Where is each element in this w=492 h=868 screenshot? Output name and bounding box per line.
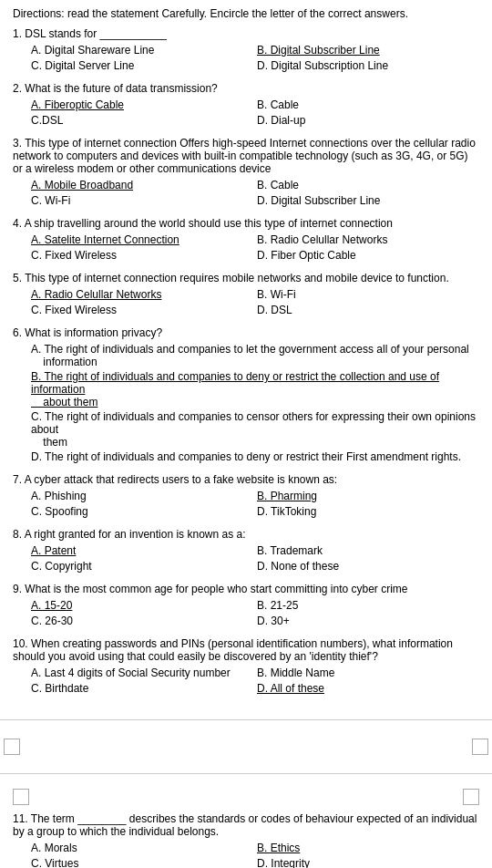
q4-optA: A. Satelite Internet Connection [31,232,253,247]
q2-optD: D. Dial-up [257,113,479,128]
q1-optB: B. Digital Subscriber Line [257,43,479,57]
q8-options: A. Patent B. Trademark C. Copyright D. N… [13,543,479,574]
q9-optD: D. 30+ [257,614,479,628]
q6-optD: D. The right of individuals and companie… [31,450,479,464]
q4-optC: C. Fixed Wireless [31,248,253,263]
question-2: 2. What is the future of data transmissi… [13,82,479,128]
q11-optA: A. Morals [31,841,253,855]
q3-options: A. Mobile Broadband B. Cable C. Wi-Fi D.… [13,178,479,208]
q10-text: 10. When creating passwords and PINs (pe… [13,637,479,663]
q8-optA: A. Patent [31,543,253,558]
q3-optA: A. Mobile Broadband [31,178,253,192]
q9-optC: C. 26-30 [31,614,253,628]
q11-optC: C. Virtues [31,856,253,868]
page-2: 11. The term ________ describes the stan… [0,781,492,868]
question-11: 11. The term ________ describes the stan… [13,812,479,868]
q7-optD: D. TikToking [257,504,479,519]
q3-optC: C. Wi-Fi [31,193,253,208]
q9-optA: A. 15-20 [31,598,253,613]
question-5: 5. This type of internet connection requ… [13,272,479,317]
q6-optC: C. The right of individuals and companie… [31,409,479,450]
q5-optC: C. Fixed Wireless [31,303,253,317]
question-6: 6. What is information privacy? A. The r… [13,326,479,464]
question-7: 7. A cyber attack that redirects users t… [13,473,479,519]
q2-options: A. Fiberoptic Cable B. Cable C.DSL D. Di… [13,98,479,128]
q5-options: A. Radio Celullar Networks B. Wi-Fi C. F… [13,287,479,317]
q9-text: 9. What is the most common age for peopl… [13,583,479,595]
q2-optB: B. Cable [257,98,479,112]
q1-optC: C. Digital Server Line [31,58,253,73]
q9-optB: B. 21-25 [257,598,479,613]
q4-optD: D. Fiber Optic Cable [257,248,479,263]
q11-text: 11. The term ________ describes the stan… [13,812,479,838]
q6-optA: A. The right of individuals and companie… [31,342,479,369]
q1-optD: D. Digital Subscription Line [257,58,479,73]
question-4: 4. A ship travelling around the world sh… [13,217,479,263]
q5-optA: A. Radio Celullar Networks [31,287,253,302]
q6-optB: B. The right of individuals and companie… [31,369,479,409]
page-divider [0,719,492,774]
q4-text: 4. A ship travelling around the world sh… [13,217,479,230]
q2-optA: A. Fiberoptic Cable [31,98,253,112]
directions-text: Directions: read the statement Carefully… [13,7,479,20]
question-8: 8. A right granted for an invention is k… [13,528,479,574]
q3-optD: D. Digital Subscriber Line [257,193,479,208]
q8-text: 8. A right granted for an invention is k… [13,528,479,541]
q4-options: A. Satelite Internet Connection B. Radio… [13,232,479,263]
q6-options: A. The right of individuals and companie… [13,342,479,464]
corner-box-right-p2 [463,789,479,805]
q1-optA: A. Digital Shareware Line [31,43,253,57]
q10-optD: D. All of these [257,681,479,696]
q5-text: 5. This type of internet connection requ… [13,272,479,284]
q5-optB: B. Wi-Fi [257,287,479,302]
q1-options: A. Digital Shareware Line B. Digital Sub… [13,43,479,73]
q10-optB: B. Middle Name [257,666,479,680]
q7-optC: C. Spoofing [31,504,253,519]
q7-text: 7. A cyber attack that redirects users t… [13,473,479,486]
corner-box-left-p2 [13,789,29,805]
corner-box-right [472,739,488,755]
q10-optA: A. Last 4 digits of Social Security numb… [31,666,253,680]
q10-options: A. Last 4 digits of Social Security numb… [13,666,479,696]
question-9: 9. What is the most common age for peopl… [13,583,479,628]
q3-text: 3. This type of internet connection Offe… [13,137,479,175]
q7-options: A. Phishing B. Pharming C. Spoofing D. T… [13,489,479,519]
question-3: 3. This type of internet connection Offe… [13,137,479,208]
q11-options: A. Morals B. Ethics C. Virtues D. Integr… [13,841,479,868]
q7-optB: B. Pharming [257,489,479,503]
q1-text: 1. DSL stands for ___________ [13,27,479,40]
q2-text: 2. What is the future of data transmissi… [13,82,479,95]
q7-optA: A. Phishing [31,489,253,503]
q8-optC: C. Copyright [31,559,253,574]
q11-optD: D. Integrity [257,856,479,868]
q11-optB: B. Ethics [257,841,479,855]
q10-optC: C. Birthdate [31,681,253,696]
q2-optC: C.DSL [31,113,253,128]
q5-optD: D. DSL [257,303,479,317]
page-1: Directions: read the statement Carefully… [0,0,492,712]
corner-box-left [4,739,20,755]
q6-text: 6. What is information privacy? [13,326,479,339]
q3-optB: B. Cable [257,178,479,192]
q8-optB: B. Trademark [257,543,479,558]
q8-optD: D. None of these [257,559,479,574]
q4-optB: B. Radio Celullar Networks [257,232,479,247]
question-1: 1. DSL stands for ___________ A. Digital… [13,27,479,73]
q9-options: A. 15-20 B. 21-25 C. 26-30 D. 30+ [13,598,479,628]
question-10: 10. When creating passwords and PINs (pe… [13,637,479,696]
